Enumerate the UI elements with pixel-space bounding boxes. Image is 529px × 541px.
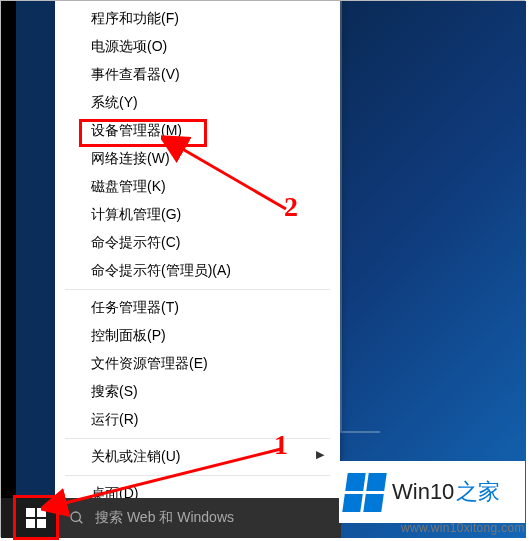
menu-item-search[interactable]: 搜索(S): [55, 378, 340, 406]
windows-tiles-icon: [342, 473, 386, 512]
winx-context-menu: 程序和功能(F) 电源选项(O) 事件查看器(V) 系统(Y) 设备管理器(M)…: [55, 1, 340, 498]
chevron-right-icon: ▶: [316, 448, 324, 461]
left-black-strip: [1, 1, 16, 538]
menu-separator: [65, 289, 330, 290]
menu-item-devicemanager[interactable]: 设备管理器(M): [55, 117, 340, 145]
annotation-number-1: 1: [274, 429, 288, 461]
menu-item-label: 运行(R): [91, 411, 138, 427]
menu-item-cmd[interactable]: 命令提示符(C): [55, 229, 340, 257]
watermark-text-2: 之家: [456, 477, 500, 507]
menu-item-label: 磁盘管理(K): [91, 178, 166, 194]
menu-item-label: 控制面板(P): [91, 327, 166, 343]
menu-item-label: 系统(Y): [91, 94, 138, 110]
menu-item-label: 命令提示符(C): [91, 234, 180, 250]
search-placeholder: 搜索 Web 和 Windows: [95, 509, 234, 527]
watermark-url: www.win10xitong.com: [401, 521, 525, 535]
menu-item-label: 网络连接(W): [91, 150, 170, 166]
start-button[interactable]: [16, 498, 56, 538]
screenshot-border: 程序和功能(F) 电源选项(O) 事件查看器(V) 系统(Y) 设备管理器(M)…: [0, 0, 525, 537]
desktop-background: [340, 1, 526, 538]
watermark-text-1: Win10: [392, 479, 454, 505]
svg-line-1: [79, 520, 82, 523]
menu-item-shutdown[interactable]: 关机或注销(U)▶: [55, 443, 340, 471]
menu-item-network[interactable]: 网络连接(W): [55, 145, 340, 173]
menu-item-label: 电源选项(O): [91, 38, 167, 54]
search-icon: [59, 510, 95, 526]
watermark-logo: Win10 之家: [339, 461, 525, 523]
menu-item-label: 任务管理器(T): [91, 299, 179, 315]
menu-separator: [65, 438, 330, 439]
menu-item-label: 命令提示符(管理员)(A): [91, 262, 231, 278]
menu-item-label: 搜索(S): [91, 383, 138, 399]
desktop-light-line: [340, 1, 342, 431]
annotation-number-2: 2: [284, 191, 298, 223]
menu-item-run[interactable]: 运行(R): [55, 406, 340, 434]
menu-item-eventviewer[interactable]: 事件查看器(V): [55, 61, 340, 89]
desktop-gap: [16, 1, 55, 538]
menu-item-taskmgr[interactable]: 任务管理器(T): [55, 294, 340, 322]
menu-item-programs[interactable]: 程序和功能(F): [55, 5, 340, 33]
menu-item-label: 计算机管理(G): [91, 206, 181, 222]
desktop-light-line: [340, 431, 380, 433]
menu-item-explorer[interactable]: 文件资源管理器(E): [55, 350, 340, 378]
menu-item-system[interactable]: 系统(Y): [55, 89, 340, 117]
menu-item-label: 事件查看器(V): [91, 66, 180, 82]
menu-item-label: 文件资源管理器(E): [91, 355, 208, 371]
svg-point-0: [71, 512, 80, 521]
windows-logo-icon: [26, 508, 46, 528]
menu-item-label: 程序和功能(F): [91, 10, 179, 26]
menu-item-label: 设备管理器(M): [91, 122, 182, 138]
menu-separator: [65, 475, 330, 476]
menu-item-cmd-admin[interactable]: 命令提示符(管理员)(A): [55, 257, 340, 285]
menu-item-label: 关机或注销(U): [91, 448, 180, 464]
taskbar-search-box[interactable]: 搜索 Web 和 Windows: [59, 498, 341, 538]
menu-item-power[interactable]: 电源选项(O): [55, 33, 340, 61]
menu-item-controlpanel[interactable]: 控制面板(P): [55, 322, 340, 350]
